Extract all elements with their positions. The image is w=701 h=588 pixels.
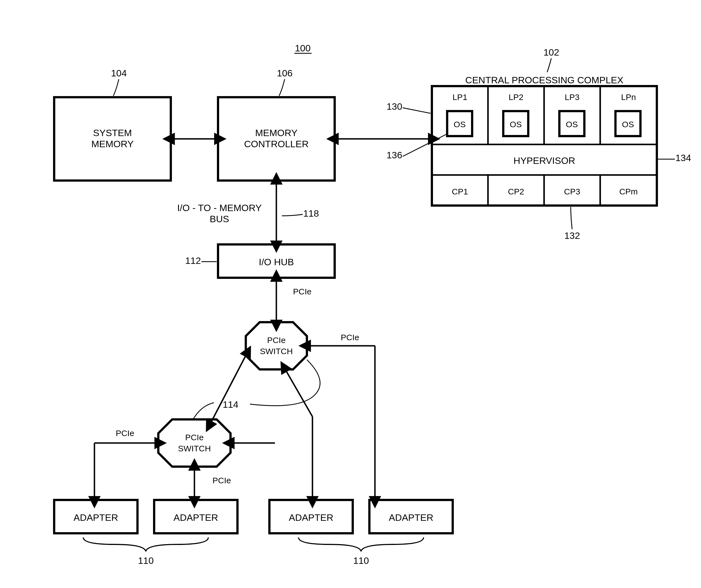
hypervisor-label: HYPERVISOR [513,155,575,166]
lp1-os: OS [454,120,465,129]
ref-switch: 114 [223,399,239,410]
svg-line-20 [211,356,246,422]
diagram-root: 100 SYSTEM MEMORY 104 MEMORY CONTROLLER … [0,0,701,588]
adapter-3-label: ADAPTER [289,512,333,523]
ref-memctl: 106 [277,68,293,78]
ref-main: 100 [295,43,311,53]
adapter-1-label: ADAPTER [73,512,118,523]
pcie-switch-top: PCIe SWITCH [246,322,307,369]
cpc-title: CENTRAL PROCESSING COMPLEX [465,75,623,85]
ref-sysmem: 104 [111,68,127,78]
pcie-link-left-bot: PCIe [116,429,135,438]
lpn-os: OS [622,120,634,129]
system-memory-l1: SYSTEM [93,128,132,138]
ref-cp: 132 [564,230,580,241]
lp-row: LP1 OS LP2 OS LP3 OS LPn OS [432,86,657,145]
lp3-label: LP3 [564,92,579,102]
memory-controller-l1: MEMORY [255,128,297,138]
ref-adapters-left: 110 [138,555,154,566]
ref-iohub: 112 [185,255,201,266]
bottom-switch-l1: PCIe [185,433,204,442]
lp2-os: OS [510,120,522,129]
system-memory-l2: MEMORY [91,139,134,149]
lp1-label: LP1 [452,92,467,102]
lp3-os: OS [566,120,578,129]
ref-hyp: 134 [675,153,691,163]
adapter-4-label: ADAPTER [389,512,434,523]
svg-marker-23 [158,419,231,466]
lpn-label: LPn [621,92,636,102]
pcie-link-1: PCIe [293,287,312,296]
pcie-link-down-bot: PCIe [212,476,231,485]
svg-line-21 [286,371,312,417]
ref-os: 136 [387,150,403,160]
cp1-label: CP1 [452,187,468,196]
cp3-label: CP3 [564,187,580,196]
adapter-3: ADAPTER [269,500,353,533]
top-switch-l2: SWITCH [260,347,293,356]
top-switch-l1: PCIe [267,336,286,345]
svg-marker-17 [246,322,307,369]
cpm-label: CPm [619,187,638,196]
ref-cpc: 102 [543,47,559,57]
adapter-1: ADAPTER [54,500,138,533]
cp-row: CP1 CP2 CP3 CPm [432,175,657,206]
adapter-2-label: ADAPTER [174,512,218,523]
memory-controller-l2: CONTROLLER [244,139,308,149]
pcie-link-right-top: PCIe [341,333,360,342]
io-hub-label: I/O HUB [259,257,294,267]
pcie-switch-bottom: PCIe SWITCH [158,419,231,466]
lp2-label: LP2 [508,92,523,102]
adapter-4: ADAPTER [370,500,453,533]
bus-label-bot: BUS [210,214,229,224]
cp2-label: CP2 [508,187,524,196]
bus-label-top: I/O - TO - MEMORY [177,202,262,213]
ref-adapters-right: 110 [353,555,369,566]
ref-bus: 118 [303,208,319,219]
adapter-2: ADAPTER [154,500,237,533]
bottom-switch-l2: SWITCH [178,444,211,453]
ref-lp: 130 [387,101,403,112]
